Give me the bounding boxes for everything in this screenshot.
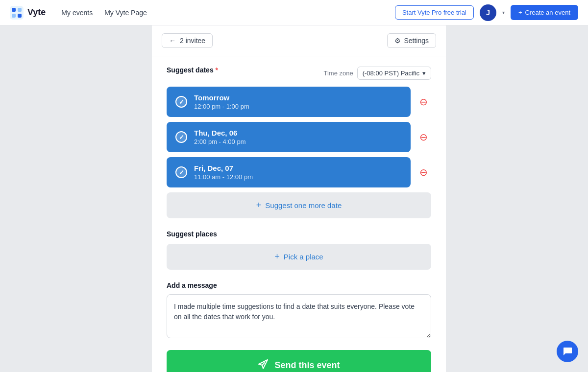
date-slot-title-0: Tomorrow xyxy=(194,93,249,102)
create-event-button[interactable]: + Create an event xyxy=(511,5,578,20)
send-icon xyxy=(258,359,269,372)
timezone-dropdown-icon: ▾ xyxy=(422,70,426,77)
avatar[interactable]: J xyxy=(480,4,496,21)
settings-label: Settings xyxy=(404,37,429,45)
right-panel xyxy=(446,25,588,372)
create-event-label: Create an event xyxy=(525,9,570,16)
date-slot-card-0[interactable]: ✓ Tomorrow 12:00 pm - 1:00 pm xyxy=(167,87,411,117)
svg-rect-1 xyxy=(12,8,16,12)
send-event-button[interactable]: Send this event xyxy=(167,350,431,372)
page-body: ← 2 invitee ⚙ Settings Suggest dates * T… xyxy=(0,25,588,372)
date-slot-info-0: Tomorrow 12:00 pm - 1:00 pm xyxy=(194,93,249,110)
timezone-label: Time zone xyxy=(323,70,353,77)
date-slot-title-2: Fri, Dec, 07 xyxy=(194,164,253,172)
check-icon-2: ✓ xyxy=(179,169,184,176)
suggest-dates-text: Suggest dates xyxy=(167,66,214,74)
send-event-label: Send this event xyxy=(274,360,340,371)
suggest-places-section: Suggest places + Pick a place xyxy=(167,230,431,270)
navbar: Vyte My events My Vyte Page Start Vyte P… xyxy=(0,0,588,25)
date-slot-title-1: Thu, Dec, 06 xyxy=(194,129,246,137)
date-slot-card-2[interactable]: ✓ Fri, Dec, 07 11:00 am - 12:00 pm xyxy=(167,157,411,187)
pick-place-plus-icon: + xyxy=(274,252,280,262)
date-slot-check-1: ✓ xyxy=(175,131,187,143)
add-date-label: Suggest one more date xyxy=(265,201,342,209)
required-star: * xyxy=(214,66,218,74)
timezone-value: (-08:00 PST) Pacific xyxy=(363,70,419,77)
vyte-logo-icon xyxy=(10,6,24,20)
start-pro-button[interactable]: Start Vyte Pro free trial xyxy=(395,5,474,20)
svg-rect-2 xyxy=(18,8,22,12)
avatar-dropdown-icon[interactable]: ▾ xyxy=(502,10,505,15)
card-inner: Suggest dates * Time zone (-08:00 PST) P… xyxy=(152,56,446,372)
pick-place-button[interactable]: + Pick a place xyxy=(167,244,431,270)
brand-name: Vyte xyxy=(27,7,46,18)
nav-my-events[interactable]: My events xyxy=(61,9,93,17)
settings-icon: ⚙ xyxy=(394,37,401,45)
add-date-button[interactable]: + Suggest one more date xyxy=(167,192,431,218)
date-slot-2: ✓ Fri, Dec, 07 11:00 am - 12:00 pm ⊖ xyxy=(167,157,431,187)
suggest-places-label: Suggest places xyxy=(167,230,431,238)
message-textarea[interactable]: I made multiple time suggestions to find… xyxy=(167,294,431,338)
top-bar: ← 2 invitee ⚙ Settings xyxy=(152,25,446,56)
timezone-select[interactable]: (-08:00 PST) Pacific ▾ xyxy=(357,67,431,80)
add-date-plus-icon: + xyxy=(256,200,262,210)
date-slot-0: ✓ Tomorrow 12:00 pm - 1:00 pm ⊖ xyxy=(167,87,431,117)
chat-icon xyxy=(562,346,573,357)
timezone-container: Time zone (-08:00 PST) Pacific ▾ xyxy=(323,67,431,80)
remove-slot-2[interactable]: ⊖ xyxy=(416,164,431,180)
date-slot-info-1: Thu, Dec, 06 2:00 pm - 4:00 pm xyxy=(194,129,246,145)
date-slot-info-2: Fri, Dec, 07 11:00 am - 12:00 pm xyxy=(194,164,253,181)
date-slot-1: ✓ Thu, Dec, 06 2:00 pm - 4:00 pm ⊖ xyxy=(167,122,431,152)
back-button[interactable]: ← 2 invitee xyxy=(162,33,213,48)
date-slot-card-1[interactable]: ✓ Thu, Dec, 06 2:00 pm - 4:00 pm xyxy=(167,122,411,152)
date-slot-time-1: 2:00 pm - 4:00 pm xyxy=(194,138,246,145)
center-card: ← 2 invitee ⚙ Settings Suggest dates * T… xyxy=(152,25,446,372)
navbar-right: Start Vyte Pro free trial J ▾ + Create a… xyxy=(395,4,578,21)
svg-rect-4 xyxy=(18,14,22,18)
plus-icon: + xyxy=(518,9,522,16)
suggest-dates-label: Suggest dates * xyxy=(167,66,218,74)
date-slot-time-0: 12:00 pm - 1:00 pm xyxy=(194,103,249,110)
invitee-count: 2 invitee xyxy=(180,37,205,45)
remove-slot-1[interactable]: ⊖ xyxy=(416,129,431,145)
svg-rect-3 xyxy=(12,14,16,18)
date-slot-check-0: ✓ xyxy=(175,96,187,108)
check-icon-1: ✓ xyxy=(179,134,184,141)
settings-button[interactable]: ⚙ Settings xyxy=(387,33,436,48)
nav-links: My events My Vyte Page xyxy=(61,9,395,17)
message-section: Add a message I made multiple time sugge… xyxy=(167,281,431,340)
chat-widget[interactable] xyxy=(557,341,578,362)
message-label: Add a message xyxy=(167,281,431,289)
timezone-row: Suggest dates * Time zone (-08:00 PST) P… xyxy=(167,66,431,80)
left-panel xyxy=(0,25,152,372)
date-slot-check-2: ✓ xyxy=(175,166,187,178)
remove-slot-0[interactable]: ⊖ xyxy=(416,94,431,110)
svg-rect-0 xyxy=(10,6,24,20)
pick-place-label: Pick a place xyxy=(284,253,323,261)
date-slot-time-2: 11:00 am - 12:00 pm xyxy=(194,173,253,181)
nav-my-vyte-page[interactable]: My Vyte Page xyxy=(104,9,147,17)
brand-logo: Vyte xyxy=(10,6,46,20)
back-arrow-icon: ← xyxy=(169,37,176,45)
send-svg-icon xyxy=(258,359,269,370)
check-icon-0: ✓ xyxy=(179,98,184,106)
